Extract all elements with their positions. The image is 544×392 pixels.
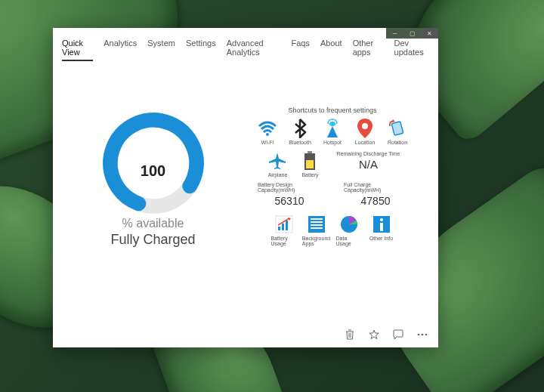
svg-rect-13 <box>286 221 288 230</box>
shortcut-battery[interactable]: Battery <box>297 151 323 177</box>
titlebar: ─ ▢ ✕ <box>386 28 438 39</box>
star-icon[interactable] <box>369 329 379 340</box>
shortcuts-panel: Shortcuts to frequent settings Wi-Fi Blu… <box>246 106 419 248</box>
full-charge-capacity: Full Charge Capacity(mWH) 47850 <box>344 182 407 207</box>
tab-faqs[interactable]: Faqs <box>291 39 309 61</box>
comment-icon[interactable] <box>393 329 403 340</box>
svg-point-24 <box>418 334 420 336</box>
close-button[interactable]: ✕ <box>421 28 438 39</box>
battery-icon <box>300 151 320 171</box>
svg-rect-17 <box>311 221 323 223</box>
svg-rect-11 <box>278 227 280 230</box>
svg-rect-18 <box>311 224 323 226</box>
design-capacity: Battery Design Capacity(mWH) 56310 <box>258 182 321 207</box>
svg-rect-12 <box>282 224 284 230</box>
airplane-icon <box>267 151 287 171</box>
svg-point-4 <box>362 123 368 129</box>
footer-actions <box>345 329 428 340</box>
tab-advanced-analytics[interactable]: Advanced Analytics <box>227 39 281 61</box>
hotspot-icon <box>323 119 342 138</box>
tab-quick-view[interactable]: Quick View <box>62 39 93 61</box>
location-icon <box>355 119 375 138</box>
discharge-time: Remaining Discharge Time N/A <box>336 151 400 171</box>
maximize-button[interactable]: ▢ <box>403 28 421 39</box>
more-icon[interactable] <box>417 329 428 340</box>
battery-percent: 100 <box>97 162 210 180</box>
svg-rect-7 <box>308 151 312 153</box>
bluetooth-icon <box>290 119 310 138</box>
app-window: ─ ▢ ✕ Quick View Analytics System Settin… <box>53 28 438 347</box>
svg-marker-6 <box>392 119 395 122</box>
svg-point-26 <box>425 334 428 336</box>
battery-gauge: 100 <box>97 106 210 220</box>
tab-other-apps[interactable]: Other apps <box>353 39 384 61</box>
minimize-button[interactable]: ─ <box>386 28 403 39</box>
svg-rect-9 <box>306 160 314 168</box>
wifi-icon <box>258 119 277 138</box>
svg-rect-23 <box>380 223 383 231</box>
svg-point-25 <box>422 334 424 336</box>
svg-rect-19 <box>311 227 323 229</box>
svg-point-2 <box>266 133 269 136</box>
shortcut-hotspot[interactable]: Hotspot <box>320 119 345 145</box>
tab-dev-updates[interactable]: Dev updates <box>394 39 429 61</box>
app-battery-usage[interactable]: Battery Usage <box>271 215 297 246</box>
battery-gauge-panel: 100 % available Fully Charged <box>76 106 230 248</box>
app-data-usage[interactable]: Data Usage <box>336 215 362 246</box>
delete-icon[interactable] <box>345 329 355 340</box>
rotation-icon <box>388 119 407 138</box>
svg-rect-16 <box>311 218 323 220</box>
battery-usage-icon <box>274 215 294 234</box>
tab-settings[interactable]: Settings <box>186 39 216 61</box>
nav-tabs: Quick View Analytics System Settings Adv… <box>53 28 438 61</box>
other-info-icon <box>372 215 391 234</box>
background-apps-icon <box>307 215 326 234</box>
tab-analytics[interactable]: Analytics <box>104 39 137 61</box>
battery-status: Fully Charged <box>110 232 195 248</box>
app-background-apps[interactable]: Background Apps <box>304 215 329 246</box>
tab-system[interactable]: System <box>147 39 175 61</box>
shortcut-bluetooth[interactable]: Bluetooth <box>287 119 313 145</box>
shortcut-wifi[interactable]: Wi-Fi <box>255 119 280 145</box>
svg-point-3 <box>329 122 335 126</box>
data-usage-icon <box>339 215 359 234</box>
shortcuts-title: Shortcuts to frequent settings <box>288 106 376 114</box>
shortcut-rotation[interactable]: Rotation <box>385 119 410 145</box>
app-other-info[interactable]: Other Info <box>369 215 394 246</box>
shortcut-airplane[interactable]: Airplane <box>264 151 290 177</box>
svg-point-22 <box>380 218 383 221</box>
svg-rect-5 <box>391 122 403 136</box>
shortcut-location[interactable]: Location <box>352 119 378 145</box>
tab-about[interactable]: About <box>320 39 342 61</box>
